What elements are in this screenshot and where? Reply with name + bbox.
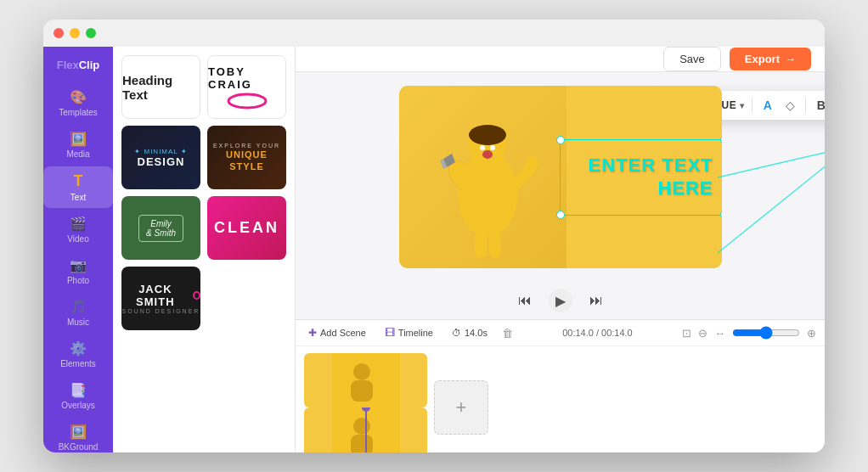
sidebar-label-bkground: BKGround: [59, 442, 99, 452]
timeline-toolbar: ✚ Add Scene 🎞 Timeline ⏱ 14.0s 🗑 00:14.0…: [296, 320, 825, 346]
sidebar: FlexClip 🎨 Templates 🖼️ Media T Text 🎬 V…: [43, 47, 113, 452]
sidebar-item-overlays[interactable]: 📑 Overlays: [43, 376, 113, 416]
emily-border: Emily& Smith: [138, 215, 183, 242]
text-card-grid: Heading Text TOBY CRAIG ✦ MINIMAL ✦ DESI…: [113, 47, 295, 339]
fill-color-button[interactable]: ◇: [783, 98, 798, 113]
photo-icon: 📷: [70, 257, 87, 273]
main-toolbar: Save Export →: [296, 47, 825, 72]
sidebar-item-photo[interactable]: 📷 Photo: [43, 251, 113, 291]
svg-rect-9: [489, 233, 501, 258]
sidebar-item-media[interactable]: 🖼️ Media: [43, 125, 113, 165]
close-button[interactable]: [54, 28, 64, 38]
text-card-clean[interactable]: CLEAN: [207, 196, 286, 260]
duration-value: 14.0s: [465, 328, 488, 338]
text-icon: T: [74, 172, 83, 190]
zoom-out-button[interactable]: ⊖: [698, 327, 707, 340]
text-card-jack[interactable]: JACK SMITH SOUND DESIGNER: [121, 267, 200, 330]
player-controls: ⏮ ▶ ⏭: [296, 282, 825, 319]
video-icon: 🎬: [70, 216, 87, 232]
sidebar-item-bkground[interactable]: 🖼️ BKGround: [43, 418, 113, 452]
svg-point-1: [458, 152, 517, 237]
svg-point-17: [353, 418, 370, 435]
export-button[interactable]: Export →: [730, 48, 811, 70]
timeline-track: [304, 353, 429, 452]
svg-rect-8: [475, 233, 487, 258]
time-display: 00:14.0 / 00:14.0: [523, 328, 672, 338]
clip-1-thumbnail: [332, 353, 400, 407]
elements-icon: ⚙️: [70, 340, 87, 357]
zoom-in-button[interactable]: ⊕: [807, 327, 816, 340]
text-overlay-area: ENTER TEXT HERE: [566, 86, 721, 268]
bold-button[interactable]: B: [813, 96, 825, 115]
sidebar-item-music[interactable]: 🎵 Music: [43, 293, 113, 333]
svg-point-6: [482, 150, 493, 159]
text-panel: Heading Text TOBY CRAIG ✦ MINIMAL ✦ DESI…: [113, 47, 296, 452]
text-card-emily[interactable]: Emily& Smith: [121, 196, 200, 260]
add-scene-button[interactable]: ✚ Add Scene: [304, 324, 370, 341]
svg-point-3: [469, 125, 506, 145]
templates-icon: 🎨: [70, 89, 87, 105]
clip-1[interactable]: [304, 353, 427, 407]
canvas-area: BEBAS NEUE ▾ A ◇ B I •••: [296, 72, 825, 282]
overlays-icon: 📑: [70, 382, 87, 398]
add-clip-button[interactable]: +: [434, 380, 488, 435]
divider-1: [752, 98, 752, 113]
add-clip-icon: +: [456, 396, 467, 419]
sidebar-label-video: Video: [67, 234, 88, 244]
media-icon: 🖼️: [70, 131, 87, 147]
toby-ring-icon: [226, 93, 268, 110]
shrink-button[interactable]: ⊡: [682, 327, 691, 340]
logo-clip: Clip: [79, 59, 100, 71]
playhead: [365, 407, 367, 452]
duration-display: ⏱ 14.0s: [448, 325, 492, 340]
minimal-main-text: DESIGN: [134, 155, 187, 168]
sidebar-label-music: Music: [67, 317, 89, 327]
timeline-right-controls: ⊡ ⊖ ↔ ⊕: [682, 326, 816, 340]
sidebar-item-text[interactable]: T Text: [43, 166, 113, 208]
app-body: FlexClip 🎨 Templates 🖼️ Media T Text 🎬 V…: [43, 47, 825, 452]
text-card-toby[interactable]: TOBY CRAIG: [207, 55, 286, 119]
delete-button[interactable]: 🗑: [502, 327, 513, 340]
jack-sub: SOUND DESIGNER: [122, 308, 200, 314]
title-bar: [43, 20, 825, 47]
svg-point-4: [480, 145, 485, 150]
unique-main-text: UNIQUE STYLE: [207, 149, 286, 173]
clip-2[interactable]: [304, 407, 427, 452]
timeline-clips: +: [296, 346, 825, 452]
svg-line-11: [718, 147, 826, 253]
svg-rect-18: [351, 435, 373, 452]
person-area: [399, 86, 577, 268]
heading-text-label: Heading Text: [122, 73, 200, 102]
maximize-button[interactable]: [86, 28, 96, 38]
sidebar-label-overlays: Overlays: [61, 401, 94, 410]
sidebar-label-media: Media: [66, 149, 89, 159]
add-scene-label: Add Scene: [320, 328, 366, 338]
timeline-icon: 🎞: [385, 327, 395, 339]
unique-sub-text: EXPLORE YOUR: [207, 143, 286, 149]
clean-label: CLEAN: [214, 219, 279, 237]
person-illustration: [437, 93, 538, 262]
sidebar-item-elements[interactable]: ⚙️ Elements: [43, 334, 113, 374]
fit-button[interactable]: ↔: [714, 327, 725, 340]
sidebar-item-templates[interactable]: 🎨 Templates: [43, 83, 113, 123]
play-button[interactable]: ▶: [549, 289, 572, 312]
toby-name: TOBY CRAIG: [208, 65, 285, 91]
export-arrow-icon: →: [785, 53, 796, 65]
minimize-button[interactable]: [70, 28, 80, 38]
save-button[interactable]: Save: [663, 47, 721, 71]
text-card-minimal[interactable]: ✦ MINIMAL ✦ DESIGN: [121, 126, 200, 189]
svg-line-10: [718, 147, 826, 177]
timeline-button[interactable]: 🎞 Timeline: [380, 324, 437, 341]
text-card-heading[interactable]: Heading Text: [121, 55, 200, 119]
prev-button[interactable]: ⏮: [515, 289, 535, 312]
sidebar-item-video[interactable]: 🎬 Video: [43, 210, 113, 250]
timeline-label: Timeline: [398, 328, 433, 338]
sidebar-label-photo: Photo: [67, 276, 89, 285]
text-color-button[interactable]: A: [759, 96, 776, 115]
zoom-slider[interactable]: [732, 326, 800, 340]
next-button[interactable]: ⏭: [586, 289, 606, 312]
text-card-unique[interactable]: EXPLORE YOUR UNIQUE STYLE: [207, 126, 286, 189]
jack-name: JACK SMITH: [121, 283, 189, 308]
canvas-text[interactable]: ENTER TEXT HERE: [566, 155, 713, 199]
divider-2: [805, 98, 806, 113]
